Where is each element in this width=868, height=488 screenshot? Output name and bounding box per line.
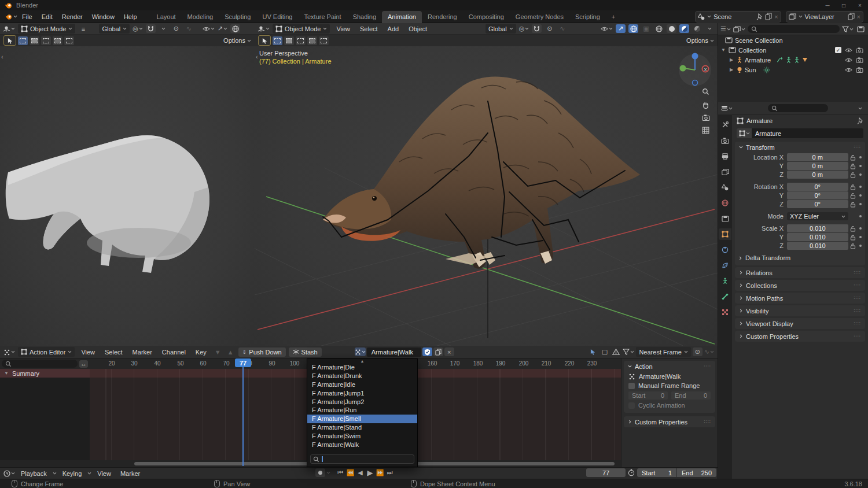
tab-physics[interactable] [719,260,731,271]
lock-icon[interactable] [848,243,859,249]
menu-edit[interactable]: Edit [37,12,57,21]
menu-view[interactable]: View [333,25,354,33]
playhead-line[interactable] [242,358,244,466]
visibility-dropdown[interactable] [601,24,613,33]
panel-grip-icon[interactable]: ∷∷ [854,270,861,275]
transform-panel-header[interactable]: Transform ∷∷ [735,142,865,153]
dropdown-item[interactable]: F Armature|Jump2 [307,397,417,406]
show-hidden-toggle[interactable]: ▢ [599,347,609,356]
shading-solid-button[interactable] [667,24,676,33]
tab-modeling[interactable]: Modeling [182,11,219,23]
lock-icon[interactable] [848,225,859,232]
action-panel-header[interactable]: Action ∷∷ [624,361,715,372]
mode-dropdown[interactable]: Object Mode [18,24,75,34]
tab-animation[interactable]: Animation [382,11,422,23]
tab-sculpting[interactable]: Sculpting [219,11,256,23]
menu-help[interactable]: Help [119,12,142,21]
select-mode-intersect[interactable] [319,36,329,45]
location-y-field[interactable]: 0 m [787,162,848,170]
cyclic-animation-checkbox[interactable] [628,402,635,409]
channel-expand-button[interactable]: ↔ [79,360,88,368]
tab-texture[interactable] [719,306,731,318]
options-dropdown[interactable]: Options [686,37,714,44]
unlink-scene-icon[interactable]: × [774,13,778,20]
hide-eye-icon[interactable] [845,47,852,53]
animate-dot[interactable] [859,245,862,247]
properties-search-input[interactable] [768,104,828,112]
options-dropdown[interactable]: Options [223,37,251,44]
tab-rendering[interactable]: Rendering [422,11,463,23]
lock-icon[interactable] [848,163,859,169]
channel-search-input[interactable] [2,360,78,368]
move-up-button[interactable]: ▲ [226,347,236,356]
disable-render-icon[interactable] [856,67,863,73]
panel-grip-icon[interactable]: ∷∷ [854,308,861,313]
dropdown-item[interactable]: F Armature|Walk [307,440,417,449]
menu-select[interactable]: Select [101,348,126,356]
dropdown-item[interactable]: F Armature|Die [307,363,417,372]
panel-collections[interactable]: Collections∷∷ [735,280,865,291]
lock-icon[interactable] [848,234,859,241]
transform-orientation-dropdown[interactable]: Global [99,24,130,34]
show-errors-toggle[interactable] [611,347,621,356]
editor-type-button[interactable] [3,24,15,33]
lock-icon[interactable] [848,193,859,199]
panel-grip-icon[interactable]: ∷∷ [854,283,861,288]
auto-keying-button[interactable] [315,468,325,477]
summary-channel-row[interactable]: ▼ Summary [0,369,90,378]
panel-custom-properties-sidebar[interactable]: Custom Properties ∷∷ [624,416,715,427]
tab-geometry-nodes[interactable]: Geometry Nodes [510,11,569,23]
outliner-row-scene-collection[interactable]: Scene Collection [718,35,868,45]
select-mode-invert[interactable] [53,36,62,45]
editor-type-button[interactable]: ☰ [720,25,731,34]
active-tool-select-box[interactable] [258,35,271,46]
cyclic-animation-row[interactable]: Cyclic Animation [624,401,715,410]
unlink-action-button[interactable]: × [444,347,454,356]
scene-selector[interactable]: Scene × [695,11,781,23]
toolbar-toggle-icon[interactable]: ‹ [256,53,258,60]
select-mode-extend[interactable] [30,36,39,45]
menu-add[interactable]: Add [384,25,403,33]
dropdown-item-selected[interactable]: F Armature|Smell [307,415,417,423]
hide-eye-icon[interactable] [845,67,852,73]
play-reverse-button[interactable]: ◀ [356,468,365,477]
expand-icon[interactable]: ▼ [3,371,9,376]
lock-icon[interactable] [848,154,859,161]
animate-dot[interactable] [859,194,862,197]
gizmo-z-axis[interactable] [692,53,698,60]
new-viewlayer-icon[interactable] [848,13,855,20]
scale-z-field[interactable]: 0.010 [787,242,848,250]
menu-render[interactable]: Render [57,12,87,21]
tab-layout[interactable]: Layout [151,11,182,23]
rotation-mode-dropdown[interactable]: XYZ Euler [787,212,848,220]
menu-marker[interactable]: Marker [129,348,156,356]
animate-dot[interactable] [859,156,862,158]
tab-texture-paint[interactable]: Texture Paint [298,11,347,23]
editor-type-button[interactable] [3,469,15,478]
dropdown-item[interactable]: F Armature|Jump1 [307,389,417,397]
dropdown-item[interactable]: F Armature|Run [307,406,417,415]
tab-uv-editing[interactable]: UV Editing [256,11,298,23]
location-z-field[interactable]: 0 m [787,171,848,179]
hamburger-menu-button[interactable]: ≡ [78,24,88,33]
blender-app-menu[interactable] [5,12,17,21]
menu-window[interactable]: Window [87,12,119,21]
shading-rendered-button[interactable] [692,24,702,33]
pivot-point-button[interactable]: ◎ [519,24,529,33]
proportional-falloff-button[interactable]: ∿ [184,24,194,33]
outliner-row-sun[interactable]: ▶ Sun [718,65,868,75]
delta-transform-subpanel[interactable]: Delta Transform [738,254,862,262]
select-mode-set[interactable] [18,36,28,45]
outliner-search-input[interactable] [748,25,840,33]
toolbar-toggle-icon[interactable]: ‹ [1,53,3,60]
snap-button[interactable] [146,24,156,33]
editor-type-button[interactable] [258,24,270,33]
menu-view[interactable]: View [94,469,115,478]
menu-file[interactable]: File [17,12,37,21]
select-mode-subtract[interactable] [41,36,51,45]
menu-channel[interactable]: Channel [159,348,189,356]
end-frame-field[interactable]: End 250 [677,468,716,477]
push-down-button[interactable]: ⇩ Push Down [238,347,286,357]
prev-keyframe-button[interactable]: ⏪ [346,468,355,477]
select-mode-intersect[interactable] [64,36,74,45]
